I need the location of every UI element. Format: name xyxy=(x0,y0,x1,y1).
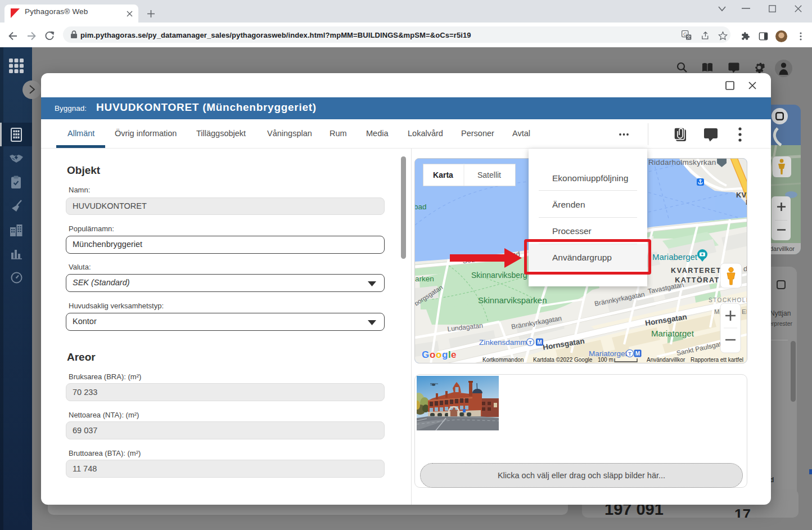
svg-text:o: o xyxy=(436,349,441,360)
svg-text:Mariatorget: Mariatorget xyxy=(651,329,694,338)
svg-text:arken: arken xyxy=(415,275,434,283)
svg-text:Satellit: Satellit xyxy=(477,170,501,179)
svg-text:Skinnarviksberg: Skinnarviksberg xyxy=(471,271,527,280)
svg-text:g: g xyxy=(442,349,448,360)
svg-text:EN: EN xyxy=(742,308,747,315)
svg-text:KV: KV xyxy=(736,191,746,199)
svg-text:Mariaberget: Mariaberget xyxy=(652,252,698,262)
svg-text:100 m: 100 m xyxy=(598,357,613,363)
svg-text:Rapportera ett kartfel: Rapportera ett kartfel xyxy=(691,357,743,363)
svg-text:M: M xyxy=(635,351,640,357)
svg-text:Zinkensdamm: Zinkensdamm xyxy=(479,338,527,347)
svg-text:Kartdata ©2022 Google: Kartdata ©2022 Google xyxy=(533,357,593,363)
svg-text:M: M xyxy=(714,308,720,315)
svg-text:ds: ds xyxy=(743,264,747,273)
svg-text:Skinnarviksparken: Skinnarviksparken xyxy=(478,295,547,305)
svg-text:T: T xyxy=(529,340,532,345)
svg-text:Användarvillkor: Användarvillkor xyxy=(647,357,685,363)
svg-text:o: o xyxy=(430,349,435,360)
svg-text:KATTÖRAT: KATTÖRAT xyxy=(675,276,720,284)
svg-text:STOCKHOLM: STOCKHOLM xyxy=(709,297,747,303)
svg-text:M: M xyxy=(537,339,542,345)
svg-text:I: I xyxy=(746,198,747,206)
svg-text:e: e xyxy=(451,349,456,360)
svg-text:T: T xyxy=(628,351,631,357)
svg-text:KVARTERET: KVARTERET xyxy=(671,267,721,275)
svg-text:Karta: Karta xyxy=(433,170,453,179)
svg-text:Riddarholmskyrkan: Riddarholmskyrkan xyxy=(648,159,716,167)
svg-text:G: G xyxy=(422,349,429,360)
svg-text:bad: bad xyxy=(415,203,427,211)
svg-text:Kortkommandon: Kortkommandon xyxy=(482,357,524,363)
